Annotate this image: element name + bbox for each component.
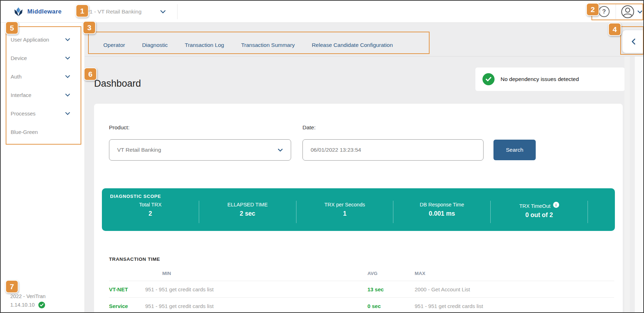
- stat-value: 1: [296, 210, 393, 217]
- dependency-status-banner: No dependency issues detected: [475, 68, 625, 91]
- sidebar-item-label: Processes: [11, 110, 36, 117]
- version-text: 1.14.10.10: [10, 301, 35, 309]
- brand: Middleware: [13, 1, 62, 23]
- diagnostic-scope-banner: DIAGNOSTIC SCOPE Total TRX 2 ELLAPSED TI…: [102, 188, 615, 231]
- chevron-down-icon: [637, 10, 643, 14]
- column-header-min: MIN: [145, 266, 367, 281]
- sidebar-item-label: User Application: [11, 37, 49, 43]
- row-service-max: 951 - 951 get credit cards list: [415, 297, 614, 313]
- diagnostic-scope-title: DIAGNOSTIC SCOPE: [102, 188, 615, 199]
- tab-transaction-summary[interactable]: Transaction Summary: [241, 42, 295, 48]
- column-header-avg: AVG: [367, 266, 415, 281]
- app-window: Middleware P1 - VT Retail Banking ? User…: [0, 0, 644, 313]
- sidebar-item-label: Device: [11, 55, 27, 61]
- info-icon[interactable]: i: [553, 202, 559, 208]
- transaction-time-table: MIN AVG MAX VT-NET 951 - 951 get credit …: [109, 266, 614, 313]
- chevron-down-icon: [278, 149, 283, 152]
- copyright-text: 2022 - VeriTran: [10, 292, 45, 301]
- sidebar-item-label: Auth: [11, 74, 22, 80]
- date-input-value: 06/01/2022 13:23:54: [311, 147, 361, 153]
- page-title: Dashboard: [94, 78, 141, 89]
- annotation-badge-7: 7: [5, 280, 18, 293]
- row-service-avg: 0 sec: [367, 297, 415, 313]
- stat-db-response-time: DB Response Time 0.001 ms: [393, 201, 491, 223]
- row-service-min: 951 - 951 get credit cards list: [145, 297, 367, 313]
- sidebar-nav: User Application Device Auth Interface P…: [1, 23, 84, 141]
- sidebar-footer: 2022 - VeriTran 1.14.10.10: [10, 292, 45, 309]
- stat-label: DB Response Time: [393, 202, 490, 207]
- row-vt-net-min: 951 - 951 get credit cards list: [145, 281, 367, 297]
- stat-value: 2 sec: [199, 210, 296, 217]
- row-vt-net-avg: 13 sec: [367, 281, 415, 297]
- collapsed-right-panel: [635, 56, 644, 312]
- annotation-badge-2: 2: [586, 3, 599, 16]
- chevron-down-icon: [65, 112, 70, 115]
- stat-value: 2: [102, 210, 199, 217]
- product-label: Product:: [109, 124, 130, 131]
- stat-trx-timeout: TRX TimeOuti 0 out of 2: [491, 201, 588, 223]
- collapse-panel-button[interactable]: [622, 30, 644, 53]
- help-button[interactable]: ?: [599, 6, 610, 17]
- topbar-divider-right: [616, 4, 616, 19]
- dependency-status-text: No dependency issues detected: [501, 76, 579, 82]
- product-select-value: VT Retail Banking: [117, 147, 161, 153]
- chevron-down-icon: [65, 93, 70, 97]
- column-header-spacer: [109, 266, 145, 281]
- annotation-badge-4: 4: [608, 23, 621, 36]
- diagnostic-scope-stats: Total TRX 2 ELLAPSED TIME 2 sec TRX per …: [102, 201, 615, 223]
- tab-release-candidate-configuration[interactable]: Release Candidate Configuration: [312, 42, 393, 48]
- chevron-down-icon: [65, 38, 70, 41]
- stat-trx-per-seconds: TRX per Seconds 1: [296, 201, 394, 223]
- dashboard-card: Product: VT Retail Banking Date: 06/01/2…: [94, 104, 623, 313]
- environment-selector[interactable]: P1 - VT Retail Banking: [86, 1, 166, 23]
- stat-ellapsed-time: ELLAPSED TIME 2 sec: [199, 201, 296, 223]
- tab-operator[interactable]: Operator: [103, 42, 125, 48]
- tab-bar: Operator Diagnostic Transaction Log Tran…: [85, 23, 643, 56]
- environment-selector-value: P1 - VT Retail Banking: [86, 9, 142, 15]
- brand-name: Middleware: [27, 8, 62, 15]
- chevron-down-icon: [65, 56, 70, 60]
- column-header-max: MAX: [415, 266, 614, 281]
- annotation-badge-6: 6: [84, 68, 97, 81]
- stat-label: ELLAPSED TIME: [199, 202, 296, 207]
- sidebar-item-interface[interactable]: Interface: [1, 86, 84, 104]
- date-input[interactable]: 06/01/2022 13:23:54: [302, 139, 484, 161]
- annotation-badge-5: 5: [5, 21, 18, 34]
- stat-label: TRX per Seconds: [296, 202, 393, 207]
- sidebar-item-label: Interface: [11, 92, 31, 98]
- stat-label-with-info: TRX TimeOuti: [491, 202, 588, 209]
- chevron-down-icon: [65, 75, 70, 78]
- sidebar-item-label: Blue-Green: [11, 129, 38, 135]
- row-service-label: Service: [109, 297, 145, 313]
- sidebar-item-auth[interactable]: Auth: [1, 67, 84, 86]
- product-select[interactable]: VT Retail Banking: [109, 139, 291, 161]
- sidebar: User Application Device Auth Interface P…: [1, 23, 85, 312]
- sidebar-item-device[interactable]: Device: [1, 49, 84, 67]
- stat-value: 0 out of 2: [491, 211, 588, 219]
- question-mark-icon: ?: [602, 8, 606, 15]
- tab-diagnostic[interactable]: Diagnostic: [142, 42, 168, 48]
- row-vt-net-label: VT-NET: [109, 281, 145, 297]
- sidebar-item-blue-green[interactable]: Blue-Green: [1, 123, 84, 141]
- sidebar-item-processes[interactable]: Processes: [1, 104, 84, 123]
- user-menu-button[interactable]: [621, 5, 643, 19]
- version-ok-check-icon: [38, 302, 45, 308]
- middleware-logo-icon: [13, 7, 23, 17]
- vertical-scrollbar[interactable]: [624, 56, 630, 312]
- top-bar: Middleware P1 - VT Retail Banking ?: [1, 1, 643, 23]
- chevron-left-icon: [632, 38, 635, 45]
- chevron-down-icon: [160, 10, 166, 14]
- stat-label: Total TRX: [102, 202, 199, 207]
- tab-transaction-log[interactable]: Transaction Log: [185, 42, 224, 48]
- user-avatar-icon: [621, 5, 635, 19]
- annotation-badge-3: 3: [83, 21, 96, 34]
- stat-value: 0.001 ms: [393, 210, 490, 217]
- stat-label: TRX TimeOut: [519, 203, 551, 209]
- transaction-time-title: TRANSACTION TIME: [109, 257, 160, 262]
- date-label: Date:: [302, 124, 316, 131]
- annotation-badge-1: 1: [76, 4, 89, 17]
- success-check-icon: [482, 73, 495, 85]
- row-vt-net-max: 2000 - Get Account List: [415, 281, 614, 297]
- stat-total-trx: Total TRX 2: [102, 201, 199, 223]
- search-button[interactable]: Search: [493, 140, 536, 160]
